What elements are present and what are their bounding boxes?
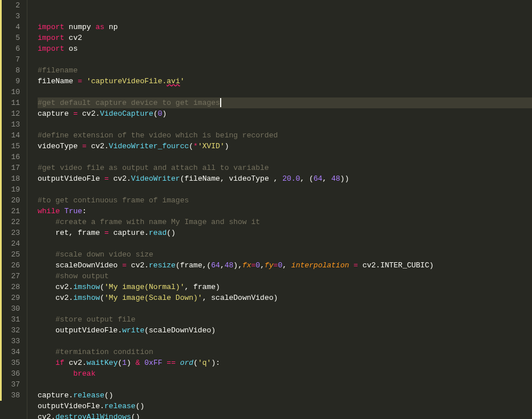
code-token: interpolation [291, 261, 349, 270]
code-line[interactable]: cv2.destroyAllWindows() [38, 412, 532, 419]
code-token: #get default capture device to get image… [38, 99, 220, 107]
code-token: fy [265, 261, 274, 270]
code-line[interactable]: cv2.imshow('My image(Scale Down)', scale… [38, 292, 532, 303]
code-token: , frame) [184, 283, 220, 291]
code-line[interactable]: capture.release() [38, 390, 532, 401]
code-line[interactable]: if cv2.waitKey(1) & 0xFF == ord('q'): [38, 357, 532, 368]
code-line[interactable] [38, 54, 532, 65]
code-line[interactable]: #scale down video size [38, 249, 532, 260]
code-line[interactable]: #to get continuous frame of images [38, 195, 532, 206]
code-token: 'My image(Scale Down)' [104, 294, 202, 302]
code-token: ' [180, 77, 185, 86]
code-line[interactable]: fileName = 'captureVideoFile.avi' [38, 76, 532, 87]
code-line[interactable]: #get video file as output and attach all… [38, 162, 532, 173]
code-line[interactable] [38, 119, 532, 130]
code-line[interactable]: #show output [38, 271, 532, 282]
modified-indicator [0, 0, 2, 401]
code-token: = [354, 261, 358, 270]
code-token: , [220, 261, 225, 270]
code-token: #store output file [55, 315, 135, 324]
code-token: , [260, 261, 265, 270]
code-line[interactable]: ret, frame = capture.read() [38, 227, 532, 238]
code-line[interactable]: outputVideoFle = cv2.VideoWriter(fileNam… [38, 173, 532, 184]
code-token: , [322, 174, 331, 183]
code-token: cv2. [109, 174, 131, 183]
code-token: #define extension of the video which is … [38, 131, 278, 140]
code-token: 1 [122, 359, 127, 367]
code-line[interactable]: #termination condition [38, 347, 532, 357]
line-number: 33 [5, 336, 20, 347]
code-line[interactable]: outputVideoFle.release() [38, 401, 532, 412]
code-token: capture. [109, 229, 149, 237]
code-line[interactable]: #filename [38, 65, 532, 76]
code-token [349, 261, 354, 270]
line-number-gutter: 2345678910111213141516171819202122232425… [0, 0, 27, 419]
code-line[interactable]: #get default capture device to get image… [38, 97, 532, 108]
code-token: = [104, 229, 109, 237]
code-token: VideoWriter [131, 174, 180, 183]
code-token: write [122, 326, 144, 335]
code-token: cv2. [38, 294, 73, 302]
code-line[interactable]: #define extension of the video which is … [38, 130, 532, 141]
code-line[interactable]: outputVideoFle.write(scaleDownVideo) [38, 325, 532, 336]
code-token: read [149, 229, 166, 237]
code-token: cv2. [87, 142, 109, 150]
code-token: () [104, 391, 113, 400]
line-number: 16 [5, 152, 20, 162]
code-token: , [282, 261, 291, 270]
code-token: if [55, 359, 64, 367]
code-token: ( [189, 142, 193, 150]
code-line[interactable]: capture = cv2.VideoCapture(0) [38, 108, 532, 119]
line-number: 18 [5, 173, 20, 184]
code-token: VideoCapture [100, 109, 153, 118]
code-token: 'q' [198, 359, 211, 367]
code-line[interactable]: import numpy as np [38, 22, 532, 32]
code-line[interactable]: videoType = cv2.VideoWriter_fourcc(*'XVI… [38, 141, 532, 152]
code-token: 48 [331, 174, 340, 183]
code-line[interactable] [38, 184, 532, 195]
line-number: 14 [5, 130, 20, 141]
line-number: 3 [5, 11, 20, 22]
code-line[interactable] [38, 152, 532, 162]
code-token: outputVideoFle [38, 174, 104, 183]
code-token: ( [100, 294, 104, 302]
code-token: 48 [225, 261, 234, 270]
line-number: 4 [5, 22, 20, 32]
line-number: 8 [5, 65, 20, 76]
code-line[interactable]: scaleDownVideo = cv2.resize(frame,(64,48… [38, 260, 532, 271]
code-line[interactable]: while True: [38, 206, 532, 217]
code-token: #filename [38, 66, 78, 75]
code-line[interactable] [38, 238, 532, 249]
code-line[interactable]: import os [38, 43, 532, 54]
code-token: ), [233, 261, 242, 270]
code-token: release [73, 391, 104, 400]
line-number: 12 [5, 108, 20, 119]
code-token [82, 77, 87, 86]
code-token: (fileName, videoType , [180, 174, 282, 183]
code-token: cv2. [38, 283, 73, 291]
code-line[interactable] [38, 379, 532, 390]
code-line[interactable] [38, 303, 532, 314]
code-token: = [82, 142, 87, 150]
line-number: 32 [5, 325, 20, 336]
code-editor-area[interactable]: import numpy as npimport cv2import os#fi… [27, 0, 532, 419]
line-number: 20 [5, 195, 20, 206]
code-line[interactable]: break [38, 368, 532, 379]
code-token: ret, frame [38, 229, 104, 237]
code-line[interactable] [38, 336, 532, 347]
code-token [38, 369, 73, 378]
code-token: 0xFF [144, 359, 162, 367]
line-number: 24 [5, 238, 20, 249]
code-token [38, 359, 55, 367]
code-token: #termination condition [55, 348, 153, 356]
line-number: 36 [5, 368, 20, 379]
code-line[interactable]: #create a frame with name My Image and s… [38, 217, 532, 227]
code-token: fx [242, 261, 251, 270]
code-line[interactable]: cv2.imshow('My image(Normal)', frame) [38, 282, 532, 292]
code-line[interactable]: #store output file [38, 314, 532, 325]
code-token: cv2. [78, 109, 100, 118]
code-token: break [73, 369, 95, 378]
code-line[interactable]: import cv2 [38, 32, 532, 43]
code-line[interactable] [38, 87, 532, 97]
line-number: 35 [5, 357, 20, 368]
